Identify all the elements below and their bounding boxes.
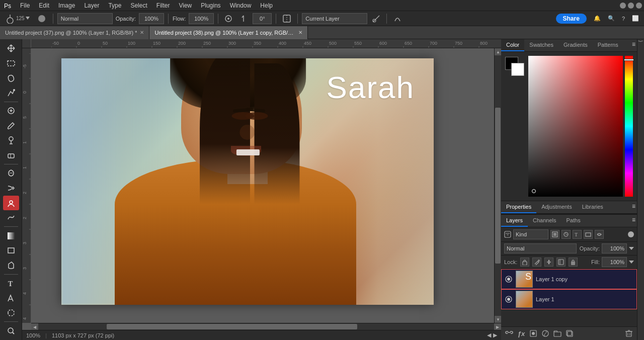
bucket-tool[interactable] (3, 258, 19, 273)
lasso-tool[interactable] (3, 71, 19, 86)
add-mask-btn[interactable] (528, 328, 538, 338)
menu-help[interactable]: Help (256, 1, 277, 10)
healing-tool[interactable] (3, 104, 19, 118)
new-adjustment-btn[interactable] (540, 328, 550, 338)
lock-move-btn[interactable] (544, 258, 553, 267)
filter-type-btn[interactable]: T (573, 230, 582, 239)
window-minimize[interactable] (620, 3, 626, 9)
lock-artboard-btn[interactable] (556, 258, 566, 267)
sample-select[interactable]: Current Layer (302, 13, 367, 24)
brush-preset-btn[interactable]: 125 (3, 13, 32, 25)
path-select-tool[interactable] (3, 291, 19, 305)
add-style-btn[interactable]: ƒx (516, 328, 526, 338)
color-tab[interactable]: Color (501, 39, 524, 51)
color-panel-menu[interactable]: ≡ (630, 39, 637, 51)
menu-window[interactable]: Window (226, 1, 256, 10)
lock-all-btn[interactable] (569, 258, 578, 267)
filter-toggle[interactable] (628, 231, 634, 237)
layers-tab[interactable]: Layers (501, 215, 528, 227)
link-layers-btn[interactable] (504, 328, 514, 338)
flow-input[interactable] (189, 13, 214, 24)
filter-smart-btn[interactable] (595, 230, 604, 239)
filter-kind-select[interactable]: Kind (513, 229, 548, 239)
layer-item-copy[interactable]: S Layer 1 copy (501, 269, 637, 289)
canvas-viewport[interactable]: Sarah (31, 48, 494, 323)
layers-panel-menu[interactable]: ≡ (630, 215, 637, 227)
color-spectrum[interactable] (528, 56, 623, 197)
zoom-tool[interactable] (3, 323, 19, 338)
lock-pixel-btn[interactable] (520, 258, 529, 267)
opacity-value[interactable] (602, 243, 627, 253)
paths-tab[interactable]: Paths (561, 215, 586, 227)
notification-btn[interactable]: 🔔 (592, 14, 603, 23)
group-layers-btn[interactable] (552, 328, 562, 338)
lock-draw-btn[interactable] (532, 258, 541, 267)
horizontal-scrollbar[interactable]: ◀ ▶ (31, 323, 501, 330)
menu-layer[interactable]: Layer (80, 1, 103, 10)
object-select-tool[interactable] (3, 306, 19, 320)
gradient-tool[interactable] (3, 228, 19, 243)
menu-image[interactable]: Image (54, 1, 79, 10)
background-color[interactable] (511, 63, 524, 76)
channels-tab[interactable]: Channels (528, 215, 561, 227)
move-tool[interactable] (3, 41, 19, 56)
airbrush-btn[interactable] (222, 14, 234, 24)
menu-file[interactable]: File (16, 1, 34, 10)
menu-filter[interactable]: Filter (152, 1, 174, 10)
text-tool[interactable]: T (3, 276, 19, 291)
rect-shape-tool[interactable] (3, 243, 19, 258)
angle-btn[interactable] (237, 14, 250, 24)
workspace-btn[interactable]: ⬜ (630, 14, 641, 23)
layer-1-visibility[interactable] (505, 295, 513, 303)
vertical-scrollbar[interactable]: ▲ ▼ (494, 48, 501, 323)
symmetry-btn[interactable] (280, 13, 293, 24)
help-btn[interactable]: ? (620, 15, 627, 23)
panel-collapse-btn[interactable]: ⟩ (638, 40, 643, 42)
props-panel-menu[interactable]: ≡ (630, 201, 637, 213)
menu-type[interactable]: Type (104, 1, 125, 10)
scroll-left-btn[interactable]: ◀ (487, 332, 491, 338)
sample-options-btn[interactable] (370, 14, 382, 24)
scroll-right-btn[interactable]: ▶ (493, 332, 497, 338)
marquee-tool[interactable] (3, 56, 19, 71)
blend-mode-select[interactable]: Normal (57, 13, 113, 24)
window-close[interactable] (636, 3, 642, 9)
brush-tool[interactable] (3, 119, 19, 133)
menu-edit[interactable]: Edit (35, 1, 53, 10)
search-btn[interactable]: 🔍 (606, 14, 617, 23)
pen-tool[interactable] (3, 86, 19, 101)
clone-tool[interactable] (3, 133, 19, 148)
filter-pixel-btn[interactable] (550, 230, 559, 239)
layer-item-1[interactable]: Layer 1 (501, 289, 637, 309)
filter-shape-btn[interactable] (584, 230, 593, 239)
opacity-input[interactable] (139, 13, 164, 24)
window-maximize[interactable] (628, 3, 634, 9)
angle-input[interactable] (253, 13, 272, 24)
properties-tab[interactable]: Properties (501, 201, 536, 213)
menu-plugins[interactable]: Plugins (197, 1, 224, 10)
filter-adj-btn[interactable] (561, 230, 571, 239)
libraries-tab[interactable]: Libraries (577, 201, 608, 213)
layer-blend-select[interactable]: Normal (504, 243, 577, 253)
share-button[interactable]: Share (556, 14, 587, 24)
layer-copy-visibility[interactable] (505, 275, 513, 283)
hue-bar[interactable] (625, 56, 633, 197)
swatches-tab[interactable]: Swatches (524, 39, 558, 51)
tab-1[interactable]: Untitled project (37).png @ 100% (Layer … (0, 26, 149, 39)
tab-1-close[interactable]: ✕ (140, 30, 144, 35)
tab-2-close[interactable]: ✕ (298, 30, 302, 35)
brush-type-btn[interactable] (35, 13, 49, 25)
new-layer-btn[interactable] (565, 328, 575, 338)
menu-select[interactable]: Select (126, 1, 151, 10)
fill-value[interactable] (602, 257, 627, 267)
menu-view[interactable]: View (175, 1, 196, 10)
spot-healing-tool[interactable] (3, 166, 19, 181)
delete-layer-btn[interactable] (624, 328, 634, 338)
gradients-tab[interactable]: Gradients (558, 39, 593, 51)
smudge-tool[interactable] (3, 181, 19, 196)
adjustments-tab[interactable]: Adjustments (536, 201, 577, 213)
tab-2[interactable]: Untitled project (38).png @ 100% (Layer … (149, 26, 308, 39)
liquify-tool[interactable] (3, 211, 19, 225)
eraser-tool[interactable] (3, 148, 19, 163)
pressure-btn[interactable] (391, 13, 404, 24)
